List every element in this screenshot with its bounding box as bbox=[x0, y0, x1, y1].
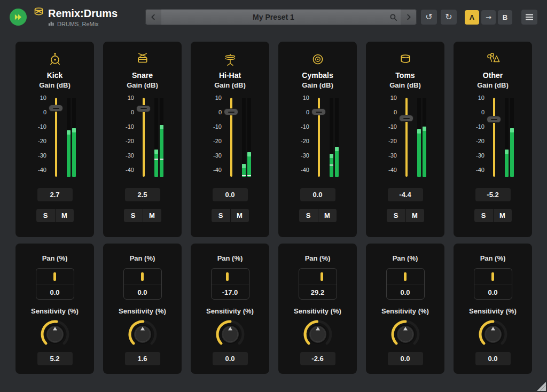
pan-handle[interactable] bbox=[226, 272, 229, 281]
menu-button[interactable] bbox=[521, 10, 537, 25]
pan-handle[interactable] bbox=[491, 272, 494, 281]
fader-scale: 100-10-20-30-40 bbox=[121, 98, 135, 177]
gain-value[interactable]: 2.5 bbox=[125, 188, 160, 201]
mute-button[interactable]: M bbox=[318, 209, 337, 222]
pan-handle[interactable] bbox=[141, 272, 144, 281]
pan-value[interactable]: 0.0 bbox=[474, 285, 512, 299]
sensitivity-knob[interactable] bbox=[389, 318, 421, 350]
ab-a-button[interactable]: A bbox=[465, 10, 479, 25]
search-preset-button[interactable] bbox=[386, 9, 401, 25]
sensitivity-value[interactable]: 5.2 bbox=[37, 352, 73, 365]
gain-value[interactable]: -4.4 bbox=[388, 188, 423, 201]
channel-name: Cymbals bbox=[302, 71, 333, 80]
solo-button[interactable]: S bbox=[299, 209, 318, 222]
sensitivity-label: Sensitivity (%) bbox=[381, 307, 429, 316]
pan-value[interactable]: 29.2 bbox=[299, 285, 337, 299]
sensitivity-value[interactable]: -2.6 bbox=[300, 352, 335, 365]
pan-control[interactable]: 29.2 bbox=[299, 268, 337, 300]
mute-button[interactable]: M bbox=[143, 209, 161, 222]
sensitivity-value[interactable]: 0.0 bbox=[213, 352, 248, 365]
pan-control[interactable]: -17.0 bbox=[211, 268, 249, 300]
gain-fader-handle[interactable] bbox=[136, 105, 151, 112]
pan-value[interactable]: -17.0 bbox=[212, 285, 249, 299]
sensitivity-value[interactable]: 0.0 bbox=[475, 352, 511, 365]
solo-button[interactable]: S bbox=[212, 209, 230, 222]
solo-button[interactable]: S bbox=[387, 209, 405, 222]
gain-value[interactable]: -5.2 bbox=[475, 188, 511, 201]
resize-grip[interactable] bbox=[535, 380, 546, 391]
knob-graphic bbox=[302, 318, 334, 350]
pan-control[interactable]: 0.0 bbox=[36, 268, 74, 300]
mute-button[interactable]: M bbox=[493, 209, 512, 222]
pan-control[interactable]: 0.0 bbox=[123, 268, 162, 300]
mute-button[interactable]: M bbox=[405, 209, 424, 222]
gain-fader[interactable] bbox=[48, 98, 65, 177]
sensitivity-knob[interactable] bbox=[477, 318, 509, 350]
gain-fader-handle[interactable] bbox=[224, 108, 238, 115]
mute-button[interactable]: M bbox=[230, 209, 249, 222]
channel-strip: Toms Gain (dB) 100-10-20-30-40 -4.4 S M bbox=[366, 42, 444, 374]
pan-slider[interactable] bbox=[299, 269, 337, 285]
solo-mute-group: S M bbox=[124, 209, 161, 222]
gain-fader-handle[interactable] bbox=[487, 116, 501, 123]
gain-value[interactable]: 0.0 bbox=[300, 188, 335, 201]
pan-control[interactable]: 0.0 bbox=[474, 268, 512, 300]
fader-tick-label: -30 bbox=[296, 152, 309, 159]
solo-button[interactable]: S bbox=[474, 209, 493, 222]
fader-tick-label: -20 bbox=[208, 138, 222, 144]
sensitivity-knob[interactable] bbox=[302, 318, 334, 350]
sensitivity-value[interactable]: 0.0 bbox=[388, 352, 423, 365]
next-preset-button[interactable] bbox=[401, 9, 417, 25]
sensitivity-knob[interactable] bbox=[214, 318, 246, 350]
pan-slider[interactable] bbox=[212, 269, 249, 285]
fader-tick-label: -20 bbox=[121, 138, 134, 144]
channel-strip: Kick Gain (dB) 100-10-20-30-40 2.7 S M P bbox=[15, 42, 94, 374]
pan-control[interactable]: 0.0 bbox=[386, 268, 425, 300]
pan-value[interactable]: 0.0 bbox=[36, 285, 74, 299]
gain-fader[interactable] bbox=[223, 98, 240, 177]
redo-button[interactable]: ↻ bbox=[441, 10, 457, 25]
mute-button[interactable]: M bbox=[55, 209, 74, 222]
previous-preset-button[interactable] bbox=[145, 9, 161, 25]
pan-value[interactable]: 0.0 bbox=[387, 285, 424, 299]
knob-graphic bbox=[214, 318, 246, 350]
fader-tick-label: 10 bbox=[296, 95, 309, 101]
gain-value[interactable]: 2.7 bbox=[37, 188, 73, 201]
pan-value[interactable]: 0.0 bbox=[124, 285, 161, 299]
gain-value[interactable]: 0.0 bbox=[213, 188, 248, 201]
gain-label: Gain (dB) bbox=[389, 81, 421, 90]
undo-button[interactable]: ↺ bbox=[421, 10, 437, 25]
gain-fader[interactable] bbox=[310, 98, 327, 177]
sensitivity-knob[interactable] bbox=[127, 318, 159, 350]
pan-handle[interactable] bbox=[404, 272, 407, 281]
pan-handle[interactable] bbox=[53, 272, 56, 281]
channel-strip: Other Gain (dB) 100-10-20-30-40 -5.2 S M bbox=[454, 42, 532, 374]
channel-strip: Cymbals Gain (dB) 100-10-20-30-40 0.0 S … bbox=[278, 42, 357, 374]
gain-fader[interactable] bbox=[398, 98, 415, 177]
sensitivity-label: Sensitivity (%) bbox=[469, 307, 517, 316]
pan-handle[interactable] bbox=[321, 272, 323, 281]
level-meter-left bbox=[417, 98, 421, 177]
pan-slider[interactable] bbox=[387, 269, 424, 285]
ab-b-button[interactable]: B bbox=[498, 10, 512, 25]
fader-tick-label: -30 bbox=[208, 152, 222, 159]
pan-slider[interactable] bbox=[124, 269, 161, 285]
pan-slider[interactable] bbox=[474, 269, 512, 285]
gain-fader-handle[interactable] bbox=[399, 115, 413, 122]
sensitivity-value[interactable]: 1.6 bbox=[125, 352, 160, 365]
pan-sensitivity-panel: Pan (%) 29.2 Sensitivity (%) -2.6 bbox=[278, 244, 357, 374]
drum-logo-icon bbox=[33, 6, 44, 20]
solo-button[interactable]: S bbox=[124, 209, 143, 222]
gain-fader[interactable] bbox=[135, 98, 152, 177]
gain-fader[interactable] bbox=[486, 98, 503, 177]
preset-name[interactable]: My Preset 1 bbox=[161, 13, 386, 21]
sensitivity-knob[interactable] bbox=[39, 318, 71, 350]
fader-tick-label: -40 bbox=[296, 167, 309, 173]
solo-button[interactable]: S bbox=[36, 209, 55, 222]
play-button[interactable] bbox=[10, 9, 27, 26]
pan-slider[interactable] bbox=[36, 269, 74, 285]
gain-fader-handle[interactable] bbox=[311, 108, 326, 115]
gain-fader-handle[interactable] bbox=[49, 105, 63, 112]
fader-tick-label: 0 bbox=[296, 109, 309, 115]
ab-copy-button[interactable]: → bbox=[481, 10, 496, 25]
